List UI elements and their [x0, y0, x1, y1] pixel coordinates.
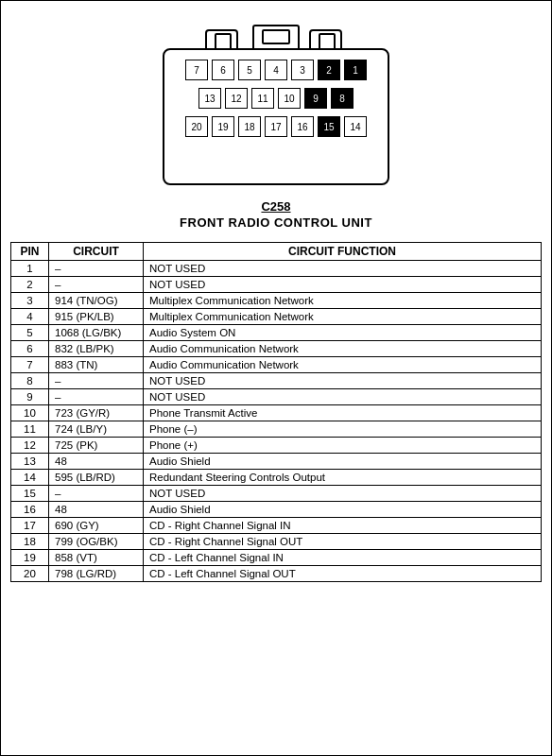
pin-18: 18 [238, 116, 261, 137]
table-body: 1–NOT USED2–NOT USED3914 (TN/OG)Multiple… [11, 261, 542, 582]
table-cell-0: 9 [11, 389, 49, 405]
table-cell-0: 3 [11, 293, 49, 309]
pin-4: 4 [265, 60, 287, 80]
pin-row-1: 7654321 [185, 60, 367, 80]
pin-10: 10 [278, 88, 301, 109]
table-cell-1: 883 (TN) [49, 357, 144, 373]
pin-3: 3 [291, 60, 314, 80]
pin-5: 5 [238, 60, 261, 80]
table-cell-2: Audio Shield [144, 454, 542, 470]
table-row: 14595 (LB/RD)Redundant Steering Controls… [11, 470, 542, 486]
table-cell-2: CD - Left Channel Signal IN [144, 550, 542, 566]
table-cell-0: 12 [11, 438, 49, 454]
table-cell-2: NOT USED [144, 261, 542, 277]
table-cell-1: 723 (GY/R) [49, 405, 144, 421]
connector-title: FRONT RADIO CONTROL UNIT [180, 215, 372, 230]
table-cell-0: 8 [11, 373, 49, 389]
connector-label: C258 [261, 199, 290, 214]
table-header-row: PIN CIRCUIT CIRCUIT FUNCTION [11, 243, 542, 261]
table-cell-2: CD - Right Channel Signal IN [144, 518, 542, 534]
pin-13: 13 [198, 88, 221, 109]
table-row: 3914 (TN/OG)Multiplex Communication Netw… [11, 293, 542, 309]
table-row: 7883 (TN)Audio Communication Network [11, 357, 542, 373]
table-row: 12725 (PK)Phone (+) [11, 438, 542, 454]
table-cell-0: 18 [11, 534, 49, 550]
table-cell-1: 725 (PK) [49, 438, 144, 454]
table-cell-2: CD - Right Channel Signal OUT [144, 534, 542, 550]
table-cell-1: 914 (TN/OG) [49, 293, 144, 309]
connector-diagram: 7654321 1312111098 20191817161514 [153, 20, 399, 190]
table-row: 19858 (VT)CD - Left Channel Signal IN [11, 550, 542, 566]
pin-1: 1 [344, 60, 367, 80]
pin-14: 14 [344, 116, 367, 137]
table-cell-0: 7 [11, 357, 49, 373]
table-cell-0: 1 [11, 261, 49, 277]
pin-7: 7 [185, 60, 208, 80]
table-row: 9–NOT USED [11, 389, 542, 405]
table-cell-0: 4 [11, 309, 49, 325]
table-cell-2: Phone (+) [144, 438, 542, 454]
table-row: 1348Audio Shield [11, 454, 542, 470]
table-row: 6832 (LB/PK)Audio Communication Network [11, 341, 542, 357]
table-cell-0: 15 [11, 486, 49, 502]
table-cell-0: 2 [11, 277, 49, 293]
pin-15: 15 [318, 116, 340, 137]
table-row: 10723 (GY/R)Phone Transmit Active [11, 405, 542, 421]
pin-8: 8 [331, 88, 354, 109]
table-row: 1–NOT USED [11, 261, 542, 277]
table-cell-1: 1068 (LG/BK) [49, 325, 144, 341]
table-cell-2: Phone Transmit Active [144, 405, 542, 421]
table-cell-1: – [49, 486, 144, 502]
pin-9: 9 [304, 88, 327, 109]
table-cell-1: – [49, 261, 144, 277]
pin-16: 16 [291, 116, 314, 137]
diagram-section: 7654321 1312111098 20191817161514 C258 F… [10, 10, 542, 242]
table-cell-1: – [49, 277, 144, 293]
table-cell-2: NOT USED [144, 373, 542, 389]
table-cell-0: 13 [11, 454, 49, 470]
table-cell-2: Audio Shield [144, 502, 542, 518]
table-cell-2: Audio Communication Network [144, 341, 542, 357]
table-cell-0: 16 [11, 502, 49, 518]
pin-6: 6 [212, 60, 234, 80]
table-cell-0: 6 [11, 341, 49, 357]
col-header-pin: PIN [11, 243, 49, 261]
table-row: 51068 (LG/BK)Audio System ON [11, 325, 542, 341]
table-cell-2: Redundant Steering Controls Output [144, 470, 542, 486]
table-cell-1: 48 [49, 502, 144, 518]
pin-table: PIN CIRCUIT CIRCUIT FUNCTION 1–NOT USED2… [10, 242, 542, 582]
table-cell-1: 798 (LG/RD) [49, 566, 144, 582]
table-cell-0: 11 [11, 421, 49, 438]
table-row: 11724 (LB/Y)Phone (–) [11, 421, 542, 438]
table-cell-2: Audio Communication Network [144, 357, 542, 373]
table-cell-1: 690 (GY) [49, 518, 144, 534]
table-cell-0: 19 [11, 550, 49, 566]
pin-20: 20 [185, 116, 208, 137]
pin-row-2: 1312111098 [198, 88, 354, 109]
table-cell-1: 858 (VT) [49, 550, 144, 566]
table-cell-1: – [49, 389, 144, 405]
pin-12: 12 [225, 88, 248, 109]
table-cell-1: – [49, 373, 144, 389]
col-header-function: CIRCUIT FUNCTION [144, 243, 542, 261]
table-row: 18799 (OG/BK)CD - Right Channel Signal O… [11, 534, 542, 550]
table-cell-1: 724 (LB/Y) [49, 421, 144, 438]
pin-11: 11 [251, 88, 274, 109]
table-row: 17690 (GY)CD - Right Channel Signal IN [11, 518, 542, 534]
pin-rows: 7654321 1312111098 20191817161514 [153, 60, 399, 137]
pin-17: 17 [265, 116, 287, 137]
table-cell-0: 20 [11, 566, 49, 582]
table-cell-2: CD - Left Channel Signal OUT [144, 566, 542, 582]
table-cell-2: NOT USED [144, 389, 542, 405]
table-cell-2: Audio System ON [144, 325, 542, 341]
table-cell-0: 5 [11, 325, 49, 341]
table-row: 8–NOT USED [11, 373, 542, 389]
table-cell-1: 915 (PK/LB) [49, 309, 144, 325]
pin-2: 2 [318, 60, 340, 80]
table-row: 1648Audio Shield [11, 502, 542, 518]
table-cell-0: 17 [11, 518, 49, 534]
pin-row-3: 20191817161514 [185, 116, 367, 137]
table-cell-2: NOT USED [144, 486, 542, 502]
table-cell-0: 10 [11, 405, 49, 421]
table-row: 15–NOT USED [11, 486, 542, 502]
